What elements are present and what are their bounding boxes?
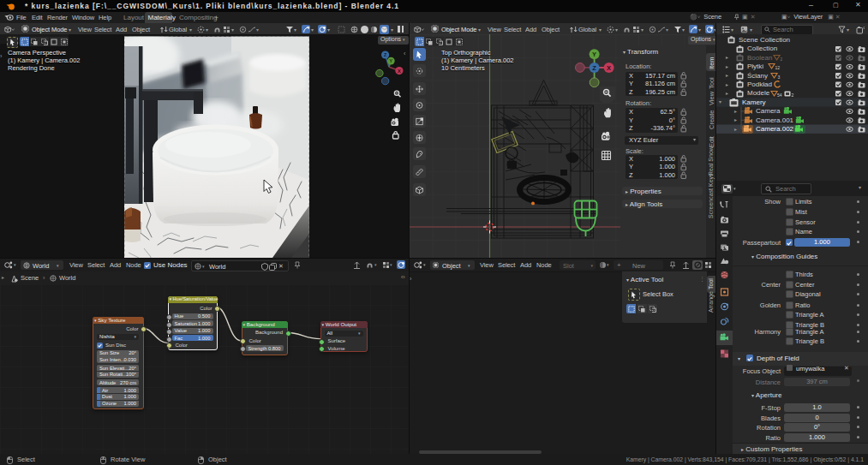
svg-text:o: o	[863, 26, 865, 30]
svg-text:3: 3	[778, 75, 781, 80]
svg-text:2: 2	[792, 92, 794, 98]
svg-text:Y: Y	[592, 51, 596, 58]
svg-text:X: X	[607, 64, 611, 72]
svg-text:Z: Z	[384, 52, 387, 57]
svg-text:12: 12	[775, 66, 781, 71]
svg-text:54: 54	[777, 92, 782, 98]
svg-text:Y: Y	[389, 58, 392, 63]
svg-text:Z: Z	[592, 64, 596, 72]
svg-text:X: X	[398, 69, 401, 74]
svg-text:2: 2	[781, 57, 783, 62]
